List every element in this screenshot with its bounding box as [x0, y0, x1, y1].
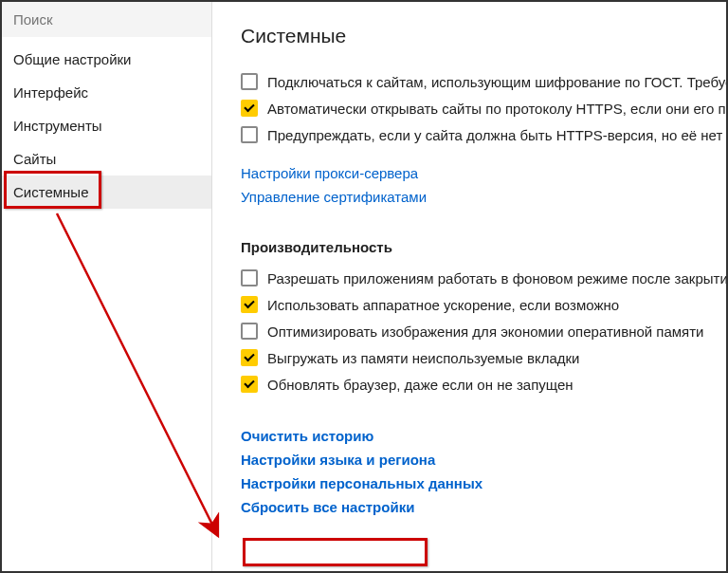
bottom-links: Очистить историю Настройки языка и регио… — [241, 424, 726, 519]
checkbox-update[interactable] — [241, 376, 258, 393]
performance-options: Разрешать приложениям работать в фоновом… — [241, 265, 726, 397]
search-input[interactable] — [2, 2, 211, 37]
sidebar-item-tools[interactable]: Инструменты — [2, 109, 211, 142]
link-language-region[interactable]: Настройки языка и региона — [241, 448, 726, 471]
security-options: Подключаться к сайтам, использующим шифр… — [241, 68, 726, 148]
option-label: Выгружать из памяти неиспользуемые вклад… — [267, 350, 579, 366]
option-label: Использовать аппаратное ускорение, если … — [267, 297, 619, 313]
option-gost[interactable]: Подключаться к сайтам, использующим шифр… — [241, 68, 726, 95]
settings-window: Общие настройки Интерфейс Инструменты Са… — [0, 0, 728, 573]
checkbox-unload-tabs[interactable] — [241, 349, 258, 366]
link-reset-all[interactable]: Сбросить все настройки — [241, 495, 726, 519]
option-label: Обновлять браузер, даже если он не запущ… — [267, 377, 573, 393]
content-panel: Системные Подключаться к сайтам, использ… — [212, 2, 726, 571]
sidebar-item-interface[interactable]: Интерфейс — [2, 76, 211, 109]
option-optimize-img[interactable]: Оптимизировать изображения для экономии … — [241, 318, 726, 344]
nav-list: Общие настройки Интерфейс Инструменты Са… — [2, 37, 211, 209]
checkbox-hw-accel[interactable] — [241, 296, 258, 313]
performance-title: Производительность — [241, 239, 726, 255]
checkbox-https-auto[interactable] — [241, 100, 258, 117]
sidebar-item-sites[interactable]: Сайты — [2, 142, 211, 176]
option-unload-tabs[interactable]: Выгружать из памяти неиспользуемые вклад… — [241, 344, 726, 371]
link-clear-history[interactable]: Очистить историю — [241, 424, 726, 448]
sidebar-item-system[interactable]: Системные — [2, 176, 211, 209]
option-https-auto[interactable]: Автоматически открывать сайты по протоко… — [241, 95, 726, 121]
option-label: Оптимизировать изображения для экономии … — [267, 323, 703, 340]
security-links: Настройки прокси-сервера Управление серт… — [241, 161, 726, 209]
checkbox-background[interactable] — [241, 269, 258, 286]
option-label: Разрешать приложениям работать в фоновом… — [267, 270, 726, 286]
sidebar-item-general[interactable]: Общие настройки — [2, 43, 211, 76]
sidebar: Общие настройки Интерфейс Инструменты Са… — [2, 2, 212, 571]
link-proxy[interactable]: Настройки прокси-сервера — [241, 161, 726, 185]
search-row — [2, 2, 211, 37]
link-personal-data[interactable]: Настройки персональных данных — [241, 471, 726, 495]
option-background[interactable]: Разрешать приложениям работать в фоновом… — [241, 265, 726, 291]
page-title: Системные — [241, 25, 726, 47]
checkbox-optimize-img[interactable] — [241, 323, 258, 340]
checkbox-https-warn[interactable] — [241, 126, 258, 143]
checkbox-gost[interactable] — [241, 73, 258, 90]
option-hw-accel[interactable]: Использовать аппаратное ускорение, если … — [241, 291, 726, 318]
link-certificates[interactable]: Управление сертификатами — [241, 185, 726, 209]
option-update[interactable]: Обновлять браузер, даже если он не запущ… — [241, 371, 726, 397]
option-https-warn[interactable]: Предупреждать, если у сайта должна быть … — [241, 121, 726, 148]
option-label: Подключаться к сайтам, использующим шифр… — [267, 74, 726, 90]
option-label: Автоматически открывать сайты по протоко… — [267, 101, 726, 117]
option-label: Предупреждать, если у сайта должна быть … — [267, 127, 722, 143]
